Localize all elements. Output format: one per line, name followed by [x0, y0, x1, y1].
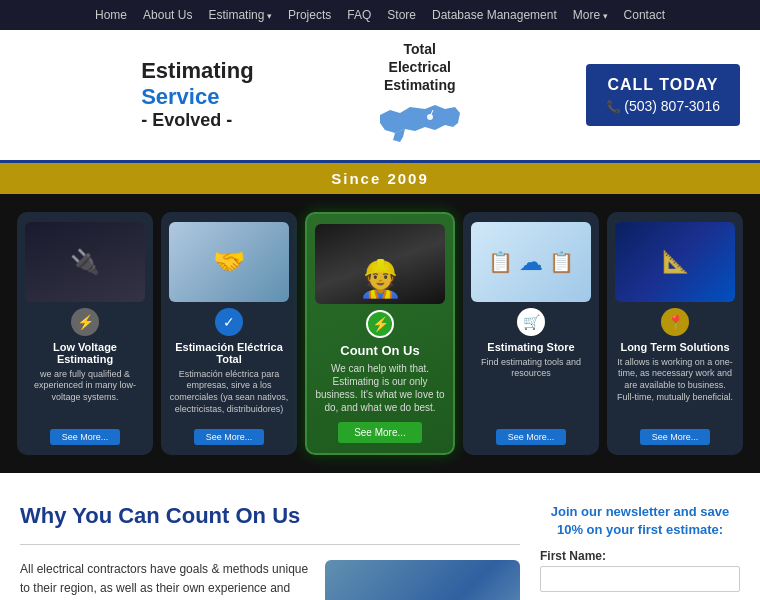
brand-text: Estimating Service - Evolved - [141, 58, 253, 132]
nav-faq[interactable]: FAQ [340, 6, 378, 24]
card-desc-low-voltage: we are fully qualified & experienced in … [25, 369, 145, 421]
phone-number: (503) 807-3016 [606, 98, 720, 114]
card-title-long-term: Long Term Solutions [620, 341, 729, 353]
text-block: All electrical contractors have goals & … [20, 560, 310, 600]
card-title-low-voltage: Low Voltage Estimating [25, 341, 145, 365]
building-image: 🏢 🤝 [325, 560, 520, 600]
newsletter-section: Join our newsletter and save 10% on your… [540, 503, 740, 600]
card-img-estimacion: 🤝 [169, 222, 289, 302]
card-badge-low-voltage: ⚡ [71, 308, 99, 336]
content-left: Why You Can Count On Us All electrical c… [20, 503, 520, 600]
why-body-text: All electrical contractors have goals & … [20, 560, 310, 600]
card-desc-estimacion: Estimación eléctrica para empresas, sirv… [169, 369, 289, 421]
card-badge-store: 🛒 [517, 308, 545, 336]
first-name-label: First Name: [540, 549, 740, 563]
nav-database[interactable]: Database Management [425, 6, 564, 24]
main-content: Why You Can Count On Us All electrical c… [0, 473, 760, 600]
card-badge-long-term: 📍 [661, 308, 689, 336]
card-count-on-us: 👷 ⚡ Count On Us We can help with that. E… [305, 212, 455, 455]
card-img-store: 📋 ☁ 📋 [471, 222, 591, 302]
card-badge-estimacion: ✓ [215, 308, 243, 336]
badge-icon-store: 🛒 [523, 314, 540, 330]
badge-icon-long-term: 📍 [667, 314, 684, 330]
content-body: All electrical contractors have goals & … [20, 560, 520, 600]
see-more-long-term[interactable]: See More... [640, 429, 711, 445]
card-long-term: 📐 📍 Long Term Solutions It allows is wor… [607, 212, 743, 455]
logo-center: Total Electrical Estimating [375, 40, 465, 150]
card-title-estimacion: Estimación Eléctrica Total [169, 341, 289, 365]
card-desc-count-on-us: We can help with that. Estimating is our… [315, 362, 445, 414]
card-title-store: Estimating Store [487, 341, 574, 353]
brand-line2: Service [141, 84, 253, 110]
brand-line1: Estimating [141, 58, 253, 84]
nav-about[interactable]: About Us [136, 6, 199, 24]
badge-icon-estimacion: ✓ [223, 314, 235, 330]
logo-title: Total Electrical Estimating [384, 40, 456, 95]
card-badge-count-on-us: ⚡ [366, 310, 394, 338]
badge-icon-low-voltage: ⚡ [77, 314, 94, 330]
card-estimating-store: 📋 ☁ 📋 🛒 Estimating Store Find estimating… [463, 212, 599, 455]
usa-map-icon [375, 95, 465, 150]
see-more-count-on-us[interactable]: See More... [338, 422, 422, 443]
nav-projects[interactable]: Projects [281, 6, 338, 24]
see-more-store[interactable]: See More... [496, 429, 567, 445]
card-img-low-voltage: 🔌 [25, 222, 145, 302]
why-title: Why You Can Count On Us [20, 503, 520, 529]
card-title-count-on-us: Count On Us [340, 343, 419, 358]
card-desc-long-term: It allows is working on a one-time, as n… [615, 357, 735, 421]
nav-store[interactable]: Store [380, 6, 423, 24]
nav-contact[interactable]: Contact [617, 6, 672, 24]
since-banner: Since 2009 [0, 163, 760, 194]
card-desc-store: Find estimating tools and resources [471, 357, 591, 421]
card-estimacion: 🤝 ✓ Estimación Eléctrica Total Estimació… [161, 212, 297, 455]
badge-icon-count-on-us: ⚡ [372, 316, 389, 332]
see-more-low-voltage[interactable]: See More... [50, 429, 121, 445]
card-low-voltage: 🔌 ⚡ Low Voltage Estimating we are fully … [17, 212, 153, 455]
nav-estimating[interactable]: Estimating [201, 6, 279, 24]
card-img-count-on-us: 👷 [315, 224, 445, 304]
content-divider [20, 544, 520, 545]
main-nav: Home About Us Estimating Projects FAQ St… [0, 0, 760, 30]
first-name-input[interactable] [540, 566, 740, 592]
nav-home[interactable]: Home [88, 6, 134, 24]
call-box[interactable]: CALL TODAY (503) 807-3016 [586, 64, 740, 126]
call-today-label: CALL TODAY [606, 76, 720, 94]
brand-line3: - Evolved - [141, 110, 253, 132]
newsletter-title: Join our newsletter and save 10% on your… [540, 503, 740, 539]
card-img-long-term: 📐 [615, 222, 735, 302]
see-more-estimacion[interactable]: See More... [194, 429, 265, 445]
nav-more[interactable]: More [566, 6, 615, 24]
site-header: Estimating Service - Evolved - Total Ele… [0, 30, 760, 163]
cards-section: 🔌 ⚡ Low Voltage Estimating we are fully … [0, 194, 760, 473]
